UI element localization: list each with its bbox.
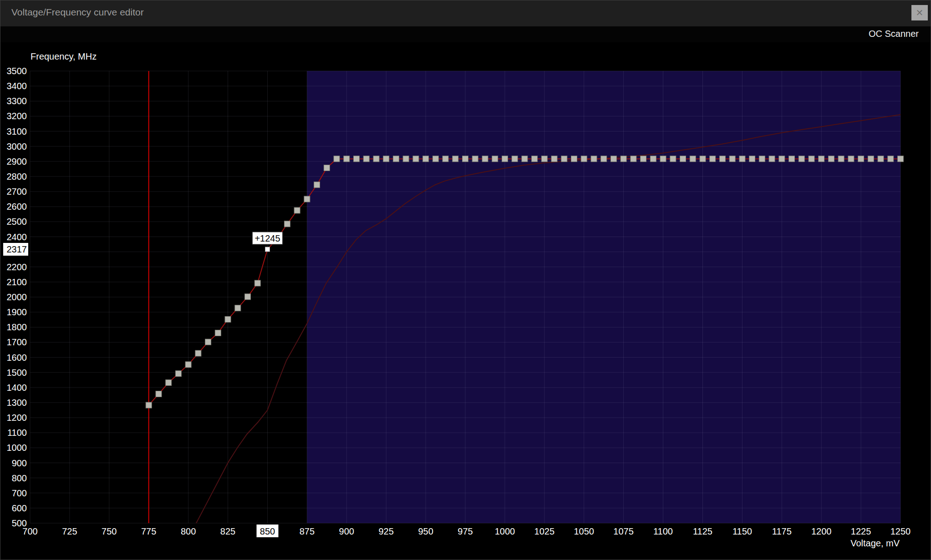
curve-point[interactable]	[819, 156, 824, 162]
svg-text:1000: 1000	[7, 443, 27, 453]
svg-text:3400: 3400	[7, 81, 27, 91]
curve-point[interactable]	[809, 156, 814, 162]
curve-point[interactable]	[898, 156, 904, 162]
curve-point[interactable]	[779, 156, 785, 162]
curve-point[interactable]	[690, 156, 696, 162]
curve-point[interactable]	[294, 207, 300, 213]
curve-point[interactable]	[472, 156, 478, 162]
curve-point[interactable]	[700, 156, 706, 162]
curve-point[interactable]	[799, 156, 804, 162]
close-button[interactable]: ✕	[911, 5, 928, 20]
curve-point[interactable]	[541, 156, 547, 162]
svg-text:3300: 3300	[7, 96, 27, 106]
svg-text:1100: 1100	[653, 526, 673, 536]
curve-point[interactable]	[858, 156, 864, 162]
curve-point[interactable]	[789, 156, 795, 162]
curve-point[interactable]	[175, 371, 181, 377]
curve-point[interactable]	[749, 156, 755, 162]
curve-point[interactable]	[254, 280, 260, 286]
curve-point[interactable]	[373, 156, 379, 162]
curve-point[interactable]	[621, 156, 626, 162]
curve-point[interactable]	[650, 156, 656, 162]
curve-point[interactable]	[432, 156, 438, 162]
curve-point[interactable]	[729, 156, 735, 162]
curve-point[interactable]	[205, 339, 211, 345]
curve-point[interactable]	[215, 330, 221, 336]
y-axis-title: Frequency, MHz	[31, 51, 97, 62]
curve-point[interactable]	[166, 380, 172, 386]
curve-point[interactable]	[838, 156, 844, 162]
curve-point[interactable]	[324, 165, 330, 171]
curve-point[interactable]	[610, 156, 616, 162]
curve-point[interactable]	[413, 156, 419, 162]
selected-curve-point[interactable]	[265, 247, 270, 252]
curve-point[interactable]	[888, 156, 894, 162]
curve-point[interactable]	[868, 156, 874, 162]
curve-point[interactable]	[551, 156, 557, 162]
curve-point[interactable]	[502, 156, 508, 162]
svg-text:1000: 1000	[495, 526, 515, 536]
curve-point[interactable]	[146, 402, 152, 408]
svg-text:750: 750	[102, 526, 117, 536]
curve-point[interactable]	[680, 156, 686, 162]
curve-point[interactable]	[601, 156, 607, 162]
curve-point[interactable]	[393, 156, 399, 162]
curve-point[interactable]	[512, 156, 518, 162]
curve-point[interactable]	[156, 391, 162, 397]
curve-point[interactable]	[304, 196, 310, 202]
curve-point[interactable]	[245, 294, 251, 300]
curve-point[interactable]	[363, 156, 369, 162]
curve-point[interactable]	[453, 156, 458, 162]
curve-point[interactable]	[235, 305, 241, 311]
curve-point[interactable]	[581, 156, 587, 162]
curve-point[interactable]	[631, 156, 636, 162]
curve-point[interactable]	[591, 156, 597, 162]
curve-point[interactable]	[463, 156, 468, 162]
curve-point[interactable]	[532, 156, 538, 162]
curve-point[interactable]	[670, 156, 676, 162]
curve-point[interactable]	[878, 156, 884, 162]
curve-point[interactable]	[443, 156, 448, 162]
curve-point[interactable]	[641, 156, 646, 162]
svg-text:800: 800	[181, 526, 196, 536]
svg-text:1700: 1700	[7, 337, 27, 347]
curve-point[interactable]	[660, 156, 666, 162]
svg-text:1075: 1075	[613, 526, 634, 536]
curve-point[interactable]	[561, 156, 567, 162]
curve-point[interactable]	[284, 221, 290, 227]
oc-scanner-button[interactable]: OC Scanner	[869, 29, 919, 39]
curve-point[interactable]	[492, 156, 498, 162]
svg-text:900: 900	[12, 458, 27, 468]
curve-point[interactable]	[571, 156, 577, 162]
curve-point[interactable]	[383, 156, 389, 162]
vf-curve-chart[interactable]: +124550060070080090010001100120013001400…	[0, 42, 931, 560]
curve-point[interactable]	[769, 156, 775, 162]
top-toolbar: OC Scanner	[0, 26, 931, 42]
curve-point[interactable]	[423, 156, 429, 162]
svg-text:1150: 1150	[733, 526, 752, 536]
curve-point[interactable]	[739, 156, 745, 162]
svg-text:700: 700	[22, 526, 37, 536]
title-bar: Voltage/Frequency curve editor ✕	[0, 0, 931, 27]
curve-point[interactable]	[225, 317, 231, 323]
curve-point[interactable]	[710, 156, 716, 162]
svg-text:1800: 1800	[7, 322, 27, 332]
curve-point[interactable]	[334, 156, 340, 162]
curve-point[interactable]	[719, 156, 725, 162]
curve-point[interactable]	[185, 362, 191, 368]
curve-point[interactable]	[344, 156, 350, 162]
curve-point[interactable]	[354, 156, 360, 162]
curve-point[interactable]	[828, 156, 834, 162]
curve-point[interactable]	[403, 156, 409, 162]
curve-point[interactable]	[314, 182, 320, 188]
curve-point[interactable]	[522, 156, 528, 162]
svg-text:2200: 2200	[7, 262, 27, 272]
curve-point[interactable]	[482, 156, 488, 162]
curve-point[interactable]	[759, 156, 765, 162]
curve-point[interactable]	[195, 350, 201, 356]
svg-text:900: 900	[339, 526, 354, 536]
svg-text:1100: 1100	[7, 428, 27, 438]
close-icon: ✕	[916, 7, 924, 18]
curve-point[interactable]	[848, 156, 854, 162]
svg-text:950: 950	[418, 526, 433, 536]
